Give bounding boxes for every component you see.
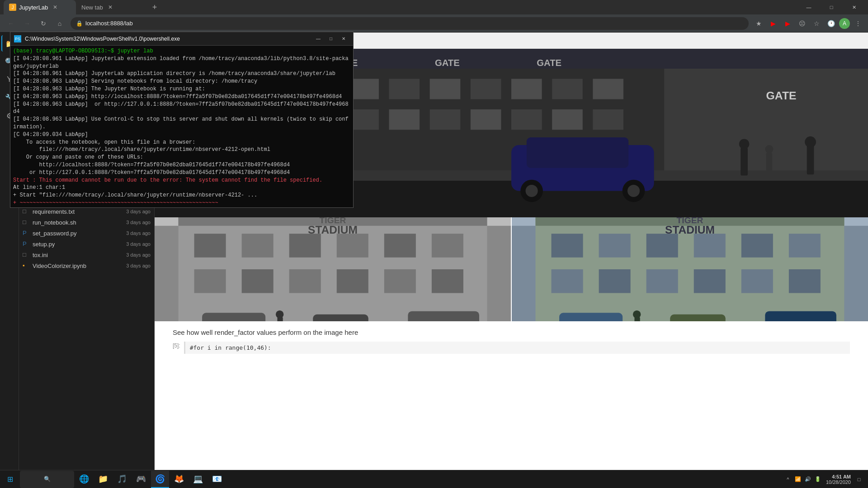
svg-rect-41 xyxy=(807,145,814,174)
more-options-icon[interactable]: ⋮ xyxy=(852,17,864,30)
youtube-icon[interactable]: ▶ xyxy=(767,17,779,30)
youtube-music-icon[interactable]: ▶ xyxy=(781,17,794,30)
powershell-window: PS C:\Windows\System32\WindowsPowerShell… xyxy=(10,32,354,208)
taskbar-items: 🔍 🌐 📁 🎵 🎮 🌀 🦊 💻 📧 xyxy=(20,471,226,488)
search-icon: 🔍 xyxy=(44,476,51,482)
svg-rect-19 xyxy=(552,109,583,130)
ps-minimize[interactable]: — xyxy=(312,34,324,43)
tray-expand[interactable]: ^ xyxy=(784,476,792,483)
svg-rect-18 xyxy=(511,109,542,130)
nav-buttons: ← → ↻ ⌂ xyxy=(4,16,67,31)
svg-rect-78 xyxy=(789,234,821,258)
extension-icon[interactable]: ☹ xyxy=(796,17,808,30)
svg-rect-58 xyxy=(432,269,463,293)
ps-line-6: [I 04:28:08.963 LabApp] or http://127.0.… xyxy=(13,101,350,116)
svg-rect-15 xyxy=(389,109,420,130)
svg-rect-79 xyxy=(552,269,583,293)
svg-point-40 xyxy=(765,145,773,153)
close-button[interactable]: ✕ xyxy=(844,0,864,14)
svg-rect-49 xyxy=(289,234,321,258)
taskbar-xbox[interactable]: 🎮 xyxy=(132,471,150,488)
notebook-code-area: [5]: #for i in range(10,46): xyxy=(155,340,868,357)
ps-line-4: [I 04:28:08.963 LabApp] The Jupyter Note… xyxy=(13,85,350,93)
file-name-videocolorizer: VideoColorizer.ipynb xyxy=(33,263,124,269)
account-icon[interactable]: A xyxy=(839,18,850,29)
svg-rect-75 xyxy=(646,234,678,258)
clock[interactable]: 4:51 AM 10/28/2020 xyxy=(823,473,854,486)
file-item-tox[interactable]: □ tox.ini 3 days ago xyxy=(19,249,154,260)
ps-line-13: http://localhost:8888/?token=7ff2a5f07b0… xyxy=(13,161,350,169)
svg-rect-53 xyxy=(194,269,226,293)
back-button[interactable]: ← xyxy=(4,16,18,31)
url-bar[interactable]: 🔒 localhost:8888/lab xyxy=(71,17,749,30)
ps-line-3: [I 04:28:08.963 LabApp] Serving notebook… xyxy=(13,78,350,85)
code-line-1: #for i in range(10,46): xyxy=(190,344,271,351)
taskbar-more[interactable]: 📧 xyxy=(208,471,226,488)
svg-rect-8 xyxy=(471,79,501,99)
svg-text:GATE: GATE xyxy=(537,58,561,68)
code-cell-content[interactable]: #for i in range(10,46): xyxy=(184,342,850,354)
maximize-button[interactable]: □ xyxy=(821,0,842,14)
svg-point-32 xyxy=(627,185,640,197)
taskbar-browser[interactable]: 🌀 xyxy=(151,471,169,488)
svg-rect-52 xyxy=(432,234,463,258)
taskbar-terminal[interactable]: 💻 xyxy=(189,471,207,488)
svg-rect-74 xyxy=(599,234,631,258)
svg-point-42 xyxy=(805,136,816,148)
ps-title-text: C:\Windows\System32\WindowsPowerShell\v1… xyxy=(25,36,180,42)
tray-volume[interactable]: 🔊 xyxy=(804,476,811,483)
file-icon-setup: P xyxy=(23,240,30,248)
svg-rect-48 xyxy=(242,234,274,258)
tab-jupyterlab-close[interactable]: ✕ xyxy=(52,4,59,11)
color-stadium-svg: TIGER STADIUM xyxy=(512,217,868,321)
forward-button[interactable]: → xyxy=(20,16,34,31)
svg-rect-9 xyxy=(511,79,542,99)
bookmarks-icon[interactable]: ☆ xyxy=(810,17,823,30)
ps-win-controls: — □ ✕ xyxy=(312,34,349,43)
start-button[interactable]: ⊞ xyxy=(2,471,18,488)
svg-text:STADIUM: STADIUM xyxy=(308,224,358,236)
tab-newtab-close[interactable]: ✕ xyxy=(107,4,114,11)
browser-extras: ★ ▶ ▶ ☹ ☆ 🕐 A ⋮ xyxy=(752,17,864,30)
taskbar-explorer[interactable]: 📁 xyxy=(94,471,112,488)
ps-maximize[interactable]: □ xyxy=(325,34,337,43)
ps-content[interactable]: (base) tracy@LAPTOP-OBDD95I3:~$ jupyter … xyxy=(10,46,353,207)
file-date-setup: 3 days ago xyxy=(126,241,151,247)
file-item-setpassword[interactable]: P set_password.py 3 days ago xyxy=(19,228,154,239)
notification-icon[interactable]: □ xyxy=(855,476,863,483)
tab-jupyterlab-label: JupyterLab xyxy=(19,4,48,11)
ps-line-16: At line:1 char:1 xyxy=(13,184,350,192)
tray-battery[interactable]: 🔋 xyxy=(814,476,821,483)
clock-date: 10/28/2020 xyxy=(826,479,851,485)
tab-jupyterlab[interactable]: J JupyterLab ✕ xyxy=(4,0,76,14)
svg-rect-11 xyxy=(593,79,623,99)
file-item-videocolorizer[interactable]: ▪ VideoColorizer.ipynb 3 days ago xyxy=(19,260,154,271)
tray-network[interactable]: 📶 xyxy=(794,476,802,483)
file-name-tox: tox.ini xyxy=(33,252,124,258)
minimize-button[interactable]: — xyxy=(798,0,819,14)
svg-point-66 xyxy=(276,310,284,319)
home-button[interactable]: ⌂ xyxy=(52,16,67,31)
reload-button[interactable]: ↻ xyxy=(36,16,51,31)
svg-rect-6 xyxy=(389,79,420,99)
taskbar-search[interactable]: 🔍 xyxy=(20,471,74,488)
history-icon[interactable]: 🕐 xyxy=(825,17,837,30)
ps-line-14: or http://127.0.0.1:8888/?token=7ff2a5f0… xyxy=(13,169,350,177)
taskbar-edge[interactable]: 🌐 xyxy=(75,471,93,488)
new-tab-button[interactable]: + xyxy=(148,1,161,14)
file-item-setup[interactable]: P setup.py 3 days ago xyxy=(19,239,154,249)
notebook-text-area: See how well render_factor values perfor… xyxy=(155,321,868,340)
ps-line-12: Or copy and paste one of these URLs: xyxy=(13,154,350,161)
taskbar-media[interactable]: 🎵 xyxy=(113,471,131,488)
tab-newtab-label: New tab xyxy=(81,4,103,11)
file-item-runnotebook[interactable]: □ run_notebook.sh 3 days ago xyxy=(19,217,154,228)
taskbar-firefox[interactable]: 🦊 xyxy=(170,471,188,488)
ps-line-10: To access the notebook, open this file i… xyxy=(13,139,350,146)
ps-close[interactable]: ✕ xyxy=(338,34,349,43)
taskbar: ⊞ 🔍 🌐 📁 🎵 🎮 🌀 🦊 💻 📧 ^ 📶 🔊 🔋 4:51 AM 10/2… xyxy=(0,470,868,488)
clock-time: 4:51 AM xyxy=(832,474,851,479)
svg-rect-7 xyxy=(430,79,461,99)
tab-newtab[interactable]: New tab ✕ xyxy=(76,0,148,14)
file-icon-req: □ xyxy=(23,208,30,215)
bookmark-star-icon[interactable]: ★ xyxy=(752,17,765,30)
